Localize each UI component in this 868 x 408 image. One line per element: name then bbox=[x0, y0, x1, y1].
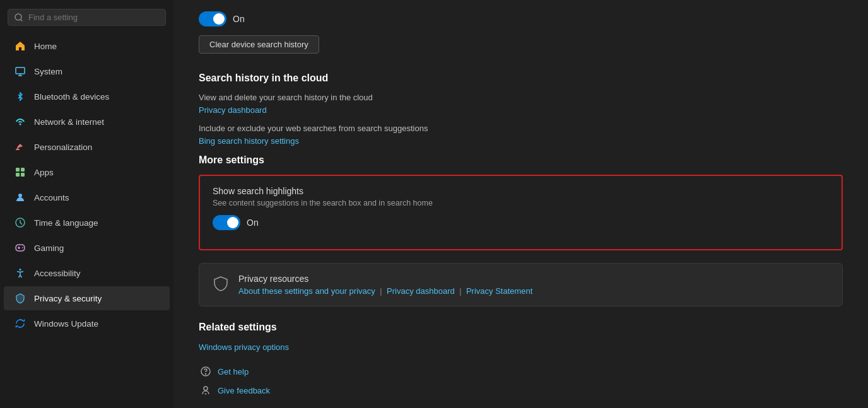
privacy-shield-icon bbox=[212, 275, 230, 293]
svg-rect-5 bbox=[16, 173, 20, 177]
top-toggle[interactable] bbox=[199, 11, 226, 26]
personalization-icon bbox=[14, 141, 26, 153]
separator2: | bbox=[459, 287, 461, 296]
more-settings-heading: More settings bbox=[199, 154, 843, 166]
privacy-card-content: Privacy resources About these settings a… bbox=[238, 274, 532, 296]
accessibility-icon bbox=[14, 267, 26, 279]
sidebar-item-network[interactable]: Network & internet bbox=[4, 110, 170, 134]
highlight-toggle-label: On bbox=[247, 218, 259, 228]
svg-rect-4 bbox=[21, 168, 25, 172]
svg-point-1 bbox=[20, 124, 21, 125]
sidebar-item-label-personalization: Personalization bbox=[34, 143, 92, 152]
include-exclude-row: Include or exclude your web searches fro… bbox=[199, 124, 843, 146]
highlight-description: See content suggestions in the search bo… bbox=[213, 199, 829, 207]
apps-icon bbox=[14, 166, 26, 178]
get-help-row: Get help bbox=[199, 364, 843, 378]
bing-history-link[interactable]: Bing search history settings bbox=[199, 136, 299, 146]
time-icon bbox=[14, 216, 26, 229]
windows-privacy-options-link[interactable]: Windows privacy options bbox=[199, 342, 289, 352]
highlight-toggle-row: On bbox=[213, 215, 829, 230]
sidebar-item-label-privacy: Privacy & security bbox=[34, 294, 102, 303]
svg-point-11 bbox=[206, 374, 206, 375]
sidebar-item-accounts[interactable]: Accounts bbox=[4, 185, 170, 209]
search-box[interactable] bbox=[8, 9, 166, 26]
sidebar-item-label-time: Time & language bbox=[34, 218, 98, 228]
about-settings-link[interactable]: About these settings and your privacy bbox=[238, 286, 375, 296]
system-icon bbox=[14, 65, 26, 78]
main-content: On Clear device search history Search hi… bbox=[173, 0, 868, 408]
sidebar-item-bluetooth[interactable]: Bluetooth & devices bbox=[4, 85, 170, 108]
view-delete-text: View and delete your search history in t… bbox=[199, 93, 843, 102]
highlight-toggle[interactable] bbox=[213, 215, 240, 230]
sidebar-item-label-accessibility: Accessibility bbox=[34, 269, 81, 278]
sidebar-item-gaming[interactable]: Gaming bbox=[4, 236, 170, 260]
view-delete-row: View and delete your search history in t… bbox=[199, 93, 843, 115]
privacy-card-links: About these settings and your privacy | … bbox=[238, 286, 532, 296]
sidebar-item-accessibility[interactable]: Accessibility bbox=[4, 261, 170, 285]
help-icon bbox=[199, 364, 213, 378]
privacy-statement-link[interactable]: Privacy Statement bbox=[466, 286, 533, 296]
sidebar-item-label-apps: Apps bbox=[34, 168, 54, 177]
privacy-resources-title: Privacy resources bbox=[238, 274, 532, 284]
top-toggle-label: On bbox=[233, 14, 245, 24]
search-input[interactable] bbox=[28, 13, 159, 22]
svg-rect-2 bbox=[16, 149, 20, 150]
privacy-dashboard-link[interactable]: Privacy dashboard bbox=[199, 105, 267, 115]
sidebar-item-label-bluetooth: Bluetooth & devices bbox=[34, 92, 109, 102]
sidebar-item-privacy[interactable]: Privacy & security bbox=[4, 286, 170, 310]
feedback-icon bbox=[199, 383, 213, 397]
sidebar-item-label-home: Home bbox=[34, 42, 57, 51]
sidebar: Home System Bluetooth & devices Network … bbox=[0, 0, 173, 408]
sidebar-item-apps[interactable]: Apps bbox=[4, 160, 170, 184]
privacy-dashboard-card-link[interactable]: Privacy dashboard bbox=[387, 286, 455, 296]
cloud-section-heading: Search history in the cloud bbox=[199, 73, 843, 84]
include-exclude-text: Include or exclude your web searches fro… bbox=[199, 124, 843, 133]
accounts-icon bbox=[14, 191, 26, 204]
home-icon bbox=[14, 40, 26, 52]
sidebar-item-label-accounts: Accounts bbox=[34, 193, 69, 202]
svg-rect-6 bbox=[21, 173, 25, 177]
sidebar-item-label-gaming: Gaming bbox=[34, 243, 64, 253]
privacy-icon bbox=[14, 292, 26, 305]
sidebar-item-home[interactable]: Home bbox=[4, 34, 170, 58]
give-feedback-row: Give feedback bbox=[199, 383, 843, 397]
highlight-title: Show search highlights bbox=[213, 186, 829, 196]
svg-point-12 bbox=[204, 387, 208, 390]
top-toggle-row: On bbox=[199, 11, 843, 26]
sidebar-item-personalization[interactable]: Personalization bbox=[4, 135, 170, 159]
search-container bbox=[0, 5, 173, 33]
clear-history-button[interactable]: Clear device search history bbox=[199, 35, 319, 54]
svg-rect-3 bbox=[16, 168, 20, 172]
privacy-resources-card: Privacy resources About these settings a… bbox=[199, 263, 843, 306]
network-icon bbox=[14, 115, 26, 128]
sidebar-item-system[interactable]: System bbox=[4, 59, 170, 83]
related-settings-heading: Related settings bbox=[199, 322, 843, 333]
update-icon bbox=[14, 317, 26, 330]
bluetooth-icon bbox=[14, 90, 26, 103]
sidebar-item-label-system: System bbox=[34, 67, 62, 76]
gaming-icon bbox=[14, 242, 26, 254]
svg-point-9 bbox=[20, 269, 21, 271]
separator1: | bbox=[380, 287, 382, 296]
sidebar-item-label-update: Windows Update bbox=[34, 319, 98, 329]
svg-rect-0 bbox=[16, 67, 25, 74]
svg-point-7 bbox=[18, 194, 22, 197]
highlight-box: Show search highlights See content sugge… bbox=[199, 175, 843, 250]
get-help-link[interactable]: Get help bbox=[218, 367, 249, 376]
sidebar-item-time[interactable]: Time & language bbox=[4, 211, 170, 235]
search-icon bbox=[15, 13, 23, 22]
sidebar-item-label-network: Network & internet bbox=[34, 117, 104, 127]
give-feedback-link[interactable]: Give feedback bbox=[218, 386, 270, 395]
sidebar-item-update[interactable]: Windows Update bbox=[4, 312, 170, 335]
